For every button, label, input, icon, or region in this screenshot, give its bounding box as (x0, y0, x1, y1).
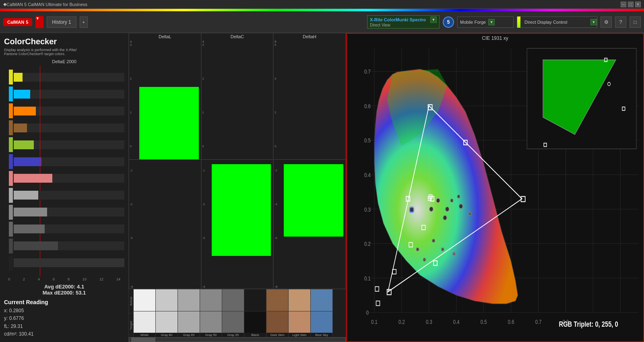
svg-text:0.4: 0.4 (453, 319, 460, 326)
fl-value: fL: 29.31 (4, 323, 124, 330)
titlebar: ◆ CalMAN 5 CalMAN Ultimate for Business … (0, 0, 644, 9)
forge-name: Mobile Forge (460, 20, 486, 25)
panel-title: ColorChecker (4, 37, 124, 46)
device-dropdown-button[interactable]: ▼ (430, 16, 437, 23)
svg-point-64 (453, 252, 456, 256)
svg-text:0.1: 0.1 (371, 319, 378, 326)
deltaH-title: DeltaH (274, 33, 345, 40)
svg-text:0: 0 (366, 309, 369, 316)
deltaL-title: DeltaL (129, 33, 201, 40)
chart-scrollbar[interactable] (129, 337, 346, 342)
svg-text:0.6: 0.6 (364, 103, 371, 109)
avg-value: Avg dE2000: 4.1 (4, 284, 124, 290)
close-button[interactable]: ✕ (635, 2, 641, 7)
svg-point-58 (469, 212, 471, 216)
main-content: ColorChecker Display analysis is perform… (0, 33, 644, 342)
ddc-color-bar (517, 16, 520, 28)
svg-text:0.7: 0.7 (535, 319, 542, 326)
svg-point-59 (457, 195, 460, 198)
svg-text:0.4: 0.4 (364, 172, 371, 179)
svg-point-62 (423, 258, 426, 262)
app-icon: ◆ (3, 2, 6, 7)
bar-axis: 02468101214 (4, 277, 124, 281)
deltae-title: DeltaE 2000 (4, 59, 124, 64)
svg-point-52 (446, 207, 449, 211)
svg-text:0.5: 0.5 (481, 319, 487, 326)
current-reading-label: Current Reading (4, 299, 124, 305)
help-button[interactable]: ? (615, 16, 626, 28)
svg-point-54 (436, 198, 440, 203)
x-value: x: 0.2805 (4, 307, 124, 315)
svg-point-60 (441, 247, 444, 251)
app-title: CalMAN 5 CalMAN Ultimate for Business (6, 2, 87, 7)
deltaC-title: DeltaC (202, 33, 273, 40)
svg-text:0.1: 0.1 (364, 275, 371, 282)
device-name: X-Rite ColorMunki Spectro (370, 17, 426, 22)
device-selector[interactable]: X-Rite ColorMunki Spectro ▼ Direct View (367, 15, 440, 29)
y-value: y: 0.6776 (4, 315, 124, 322)
svg-point-53 (429, 207, 433, 211)
cie-title: CIE 1931 xy (347, 34, 643, 43)
deltaH-area: 8 6 4 2 0 -2 -4 -6 (274, 40, 345, 288)
reading-values: x: 0.2805 y: 0.6776 fL: 29.31 cd/m²: 100… (4, 307, 124, 338)
deltaL-chart: DeltaL 4 (129, 33, 201, 289)
deltaC-chart: DeltaC 4 3 2 1 0 -1 -2 -3 (201, 33, 274, 289)
cie-diagram: 0.1 0.2 0.3 0.4 0.5 0.6 0.7 0.8 0 0.1 0.… (347, 43, 643, 341)
svg-point-56 (459, 204, 463, 208)
forge-selector[interactable]: Mobile Forge ▼ (457, 16, 514, 28)
avg-max-display: Avg dE2000: 4.1 Max dE2000: 53.1 (4, 284, 124, 296)
deltaL-area: 4 3 (129, 40, 201, 288)
center-panel: DeltaL 4 (129, 33, 346, 342)
ddc-label: Direct Display Control (522, 20, 589, 25)
svg-text:0.3: 0.3 (426, 319, 432, 326)
cdm2-value: cd/m²: 100.41 (4, 330, 124, 338)
forge-dropdown-button[interactable]: ▼ (488, 19, 495, 25)
svg-point-61 (432, 239, 435, 243)
svg-text:0.7: 0.7 (364, 68, 371, 75)
window-controls: ─ □ ✕ (621, 2, 641, 7)
svg-text:0.6: 0.6 (508, 319, 514, 326)
cie-panel: CIE 1931 xy (346, 33, 644, 342)
logo-dropdown-button[interactable]: ▼ (35, 16, 43, 28)
toolbar: CalMAN 5 ▼ History 1 + X-Rite ColorMunki… (0, 9, 644, 33)
charts-row: DeltaL 4 (129, 33, 346, 289)
minimize-button[interactable]: ─ (621, 2, 626, 7)
deltaH-chart: DeltaH 8 6 4 2 0 -2 -4 -6 (273, 33, 346, 289)
history-add-button[interactable]: + (80, 16, 88, 28)
color-swatches: Actual Target White Gray 80 (129, 289, 346, 337)
maximize-button[interactable]: □ (628, 2, 634, 7)
calman-logo: CalMAN 5 (3, 18, 32, 26)
history-tab[interactable]: History 1 (47, 16, 76, 28)
svg-text:RGB Triplet: 0, 255, 0: RGB Triplet: 0, 255, 0 (559, 320, 618, 329)
device-sub: Direct View (370, 23, 437, 27)
svg-point-55 (443, 216, 447, 220)
settings-button[interactable]: ⚙ (601, 16, 612, 28)
svg-point-63 (416, 247, 419, 251)
max-value: Max dE2000: 53.1 (4, 290, 124, 296)
svg-text:0.5: 0.5 (364, 137, 371, 144)
svg-text:0.2: 0.2 (398, 319, 405, 326)
logo-text: CalMAN (7, 20, 24, 25)
svg-text:0.3: 0.3 (364, 206, 371, 213)
cie-diagram-area: 0.1 0.2 0.3 0.4 0.5 0.6 0.7 0.8 0 0.1 0.… (347, 43, 643, 341)
ddc-selector[interactable]: Direct Display Control ▼ (517, 16, 597, 28)
logo-version: 5 (26, 20, 28, 25)
left-panel: ColorChecker Display analysis is perform… (0, 33, 129, 342)
deltaC-area: 4 3 2 1 0 -1 -2 -3 (202, 40, 273, 288)
svg-point-57 (450, 199, 453, 202)
deltae-bar-chart (4, 66, 124, 276)
channel-button[interactable]: 5 (443, 16, 454, 28)
svg-text:0.2: 0.2 (364, 241, 371, 247)
fullscreen-button[interactable]: □ (630, 16, 641, 28)
panel-subtitle: Display analysis is performed with the X… (4, 48, 124, 56)
ddc-dropdown-button[interactable]: ▼ (590, 19, 597, 25)
